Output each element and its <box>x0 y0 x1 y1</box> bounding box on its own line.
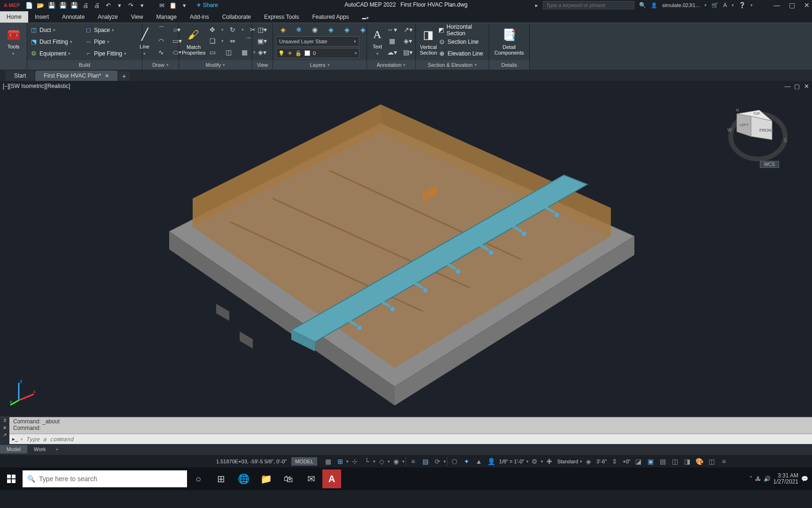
dyn-input-icon[interactable]: ✦ <box>461 456 473 467</box>
open-icon[interactable]: 📂 <box>37 1 44 9</box>
qprop-icon[interactable]: ▲ <box>473 456 485 467</box>
tag-icon[interactable]: ◈▾ <box>401 36 415 46</box>
iso-toggle-icon[interactable]: ◪ <box>632 456 645 467</box>
print-icon[interactable]: 🖨 <box>93 1 101 9</box>
cycle-icon[interactable]: ⟳ <box>431 456 444 467</box>
layout-add-button[interactable]: + <box>52 446 62 452</box>
viewport[interactable]: [–][SW Isometric][Realistic] — ▢ ✕ FRONT… <box>0 81 812 417</box>
taskbar-search[interactable]: 🔍 Type here to search <box>23 470 187 487</box>
layout-tab-model[interactable]: Model <box>0 445 27 453</box>
task-view-icon[interactable]: ⊞ <box>210 468 232 490</box>
equipment-button[interactable]: ⚙Equipment▾ <box>30 48 82 59</box>
anno-scale-readout[interactable]: Standard <box>557 459 578 464</box>
workspace-icon[interactable]: ◈ <box>582 456 594 467</box>
tray-network-icon[interactable]: 🖧 <box>755 476 761 482</box>
horizontal-section-button[interactable]: ◩Horizontal Section <box>438 24 486 35</box>
move-icon[interactable]: ✥ <box>205 24 219 35</box>
model-space-button[interactable]: MODEL <box>291 457 317 466</box>
clock[interactable]: 3:31 AM 1/27/2021 <box>773 473 798 485</box>
iso-icon[interactable]: ◇ <box>375 456 388 467</box>
doctab-start[interactable]: Start <box>6 71 34 81</box>
tab-insert[interactable]: Insert <box>28 11 55 23</box>
cmd-pin-icon[interactable]: ↗ <box>3 432 7 437</box>
person-icon[interactable]: 👤 <box>485 456 497 467</box>
layer-prop-icon[interactable]: ◈ <box>276 24 290 35</box>
mirror-icon[interactable]: ⇔ <box>226 36 240 46</box>
redo-dropdown[interactable]: ▾ <box>138 1 146 9</box>
mail-icon[interactable]: ✉ <box>300 468 322 490</box>
pipe-button[interactable]: ─Pipe▾ <box>85 36 136 47</box>
keyword-search-input[interactable] <box>543 1 634 9</box>
tray-volume-icon[interactable]: 🔊 <box>764 476 771 482</box>
elevation-line-button[interactable]: ⊕Elevation Line <box>438 48 486 59</box>
spline-icon[interactable]: ∿ <box>154 47 168 57</box>
redo-icon[interactable]: ↷ <box>127 1 134 9</box>
notifications-icon[interactable]: 💬 <box>801 476 808 482</box>
detail-components-button[interactable]: 📑 DetailComponents <box>496 24 523 58</box>
clean-icon[interactable]: ▤ <box>657 456 669 467</box>
undo-dropdown[interactable]: ▾ <box>116 1 123 9</box>
close-button[interactable]: ✕ <box>802 1 812 9</box>
help-icon[interactable]: ❔ <box>739 2 746 8</box>
tab-home[interactable]: Home <box>0 11 28 23</box>
clipboard-icon[interactable]: 📋 <box>169 1 177 9</box>
layer-state-dropdown[interactable]: Unsaved Layer State▾ <box>276 36 359 47</box>
viewcube[interactable]: FRONT LEFT TOP W S N <box>727 104 789 166</box>
hw-accel-icon[interactable]: ▣ <box>645 456 657 467</box>
scale-readout[interactable]: 1/8" = 1'-0" <box>499 459 524 464</box>
saveas-icon[interactable]: 💾 <box>59 1 67 9</box>
store-icon[interactable]: 🛍 <box>277 468 300 490</box>
layer-off-icon[interactable]: ◉ <box>308 24 322 35</box>
vp-min-icon[interactable]: — <box>784 83 791 89</box>
saveall-icon[interactable]: 💾 <box>70 1 78 9</box>
edge-icon[interactable]: 🌐 <box>232 468 255 490</box>
layout-tab-work[interactable]: Work <box>27 445 52 453</box>
text-button[interactable]: A Text ▾ <box>370 24 385 58</box>
vp-close-icon[interactable]: ✕ <box>803 83 810 89</box>
start-button[interactable] <box>0 468 23 490</box>
undo-icon[interactable]: ↶ <box>104 1 112 9</box>
tab-view[interactable]: View <box>125 11 150 23</box>
cmd-close-icon[interactable]: ✕ <box>3 425 7 430</box>
mail-icon[interactable]: ✉ <box>158 1 165 9</box>
rotate-icon[interactable]: ↻ <box>226 24 240 35</box>
cmd-drag-icon[interactable]: ⠿ <box>3 418 7 423</box>
wipe-icon[interactable]: ▤▾ <box>401 47 415 57</box>
pipe-fitting-button[interactable]: ⌐Pipe Fitting▾ <box>85 48 136 59</box>
arc-icon[interactable]: ◠ <box>154 36 168 46</box>
view-icon-1[interactable]: ◫▾ <box>255 24 269 35</box>
close-tab-icon[interactable]: ✕ <box>105 73 109 79</box>
cortana-icon[interactable]: ○ <box>187 468 210 490</box>
cart-icon[interactable]: 🛒 <box>711 2 718 8</box>
isolate-icon[interactable]: ◫ <box>669 456 681 467</box>
anno-visibility-icon[interactable]: ✚ <box>543 456 555 467</box>
tab-annotate[interactable]: Annotate <box>55 11 91 23</box>
viewport-label[interactable]: [–][SW Isometric][Realistic] <box>3 83 70 89</box>
user-icon[interactable] <box>651 2 657 8</box>
user-name[interactable]: simulate.02JI1... <box>662 2 700 8</box>
dim-readout[interactable]: 3'-6" <box>596 459 607 464</box>
section-line-button[interactable]: ⊙Section Line <box>438 36 486 47</box>
cloud-icon[interactable]: ☁▾ <box>385 47 399 57</box>
tab-addins[interactable]: Add-ins <box>183 11 216 23</box>
leader-icon[interactable]: ↗▾ <box>401 24 415 35</box>
elev-readout[interactable]: +0" <box>623 459 630 464</box>
tab-extra[interactable]: ▬▾ <box>356 13 375 23</box>
scale-icon[interactable]: ◫ <box>221 47 235 57</box>
plot-icon[interactable]: 🖨 <box>82 1 89 9</box>
elev-icon[interactable]: ⇕ <box>609 456 621 467</box>
menu-icon[interactable]: ≡ <box>718 456 730 467</box>
share-button[interactable]: ✈ Share <box>196 2 218 8</box>
palette-icon[interactable]: 🎨 <box>694 456 706 467</box>
layer-match-icon[interactable]: ◈ <box>340 24 354 35</box>
doctab-active[interactable]: First Floor HVAC Plan*✕ <box>35 71 117 81</box>
vertical-section-button[interactable]: ◨ VerticalSection <box>419 24 438 58</box>
app-icon[interactable]: A <box>723 2 727 8</box>
tools-button[interactable]: 🧰 Tools ▾ <box>3 24 24 58</box>
layer-iso-icon[interactable]: ◈ <box>324 24 338 35</box>
tab-collaborate[interactable]: Collaborate <box>216 11 258 23</box>
table-icon[interactable]: ▦ <box>385 36 399 46</box>
new-tab-button[interactable]: + <box>118 71 130 81</box>
new-icon[interactable]: 📄 <box>25 1 33 9</box>
polar-icon[interactable]: └ <box>361 456 373 467</box>
